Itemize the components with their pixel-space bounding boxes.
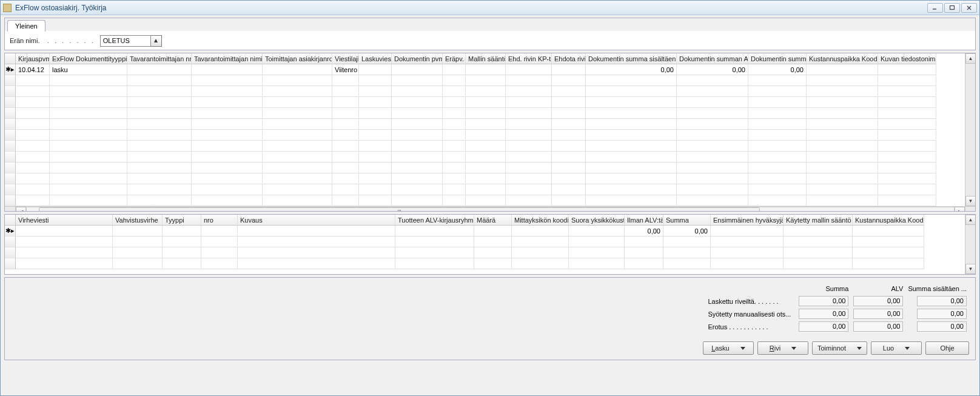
empty-cell[interactable]: [569, 237, 625, 247]
empty-cell[interactable]: [466, 141, 506, 152]
empty-cell[interactable]: [359, 141, 392, 152]
col-ehd-kptili[interactable]: Ehd. rivin KP-tili: [506, 53, 552, 64]
empty-cell[interactable]: [50, 86, 127, 97]
empty-cell[interactable]: [748, 130, 807, 141]
lasku-button[interactable]: Lasku: [703, 341, 754, 355]
empty-cell[interactable]: [586, 130, 677, 141]
row-selector-header[interactable]: [5, 215, 16, 226]
empty-cell[interactable]: [50, 184, 127, 195]
empty-cell[interactable]: [506, 75, 552, 86]
empty-cell[interactable]: [392, 97, 443, 108]
empty-cell[interactable]: [748, 97, 807, 108]
empty-cell[interactable]: [127, 130, 192, 141]
cell-yksikkokust[interactable]: [569, 226, 625, 237]
cell-doktyyppi[interactable]: lasku: [50, 64, 127, 75]
row-selector[interactable]: [5, 108, 16, 119]
empty-cell[interactable]: [512, 237, 569, 247]
col-mittayksikko[interactable]: Mittayksikön koodi: [512, 215, 569, 226]
empty-cell[interactable]: [16, 184, 50, 195]
empty-cell[interactable]: [113, 258, 163, 269]
cell-summa[interactable]: 0,00: [663, 226, 711, 237]
cell-kuvan-tiedosto[interactable]: [878, 64, 936, 75]
empty-cell[interactable]: [677, 130, 748, 141]
empty-cell[interactable]: [50, 75, 127, 86]
empty-cell[interactable]: [748, 119, 807, 130]
col-toimittaja-nro[interactable]: Tavarantoimittajan nro: [127, 53, 192, 64]
empty-cell[interactable]: [677, 119, 748, 130]
empty-cell[interactable]: [359, 173, 392, 184]
cell-dok-summa[interactable]: 0,00: [748, 64, 807, 75]
col-tyyppi[interactable]: Tyyppi: [163, 215, 201, 226]
col-kaytetty-saanto[interactable]: Käytetty mallin sääntö: [784, 215, 853, 226]
empty-cell[interactable]: [625, 237, 663, 247]
empty-cell[interactable]: [443, 152, 466, 163]
cell-laskuviesti[interactable]: [359, 64, 392, 75]
empty-cell[interactable]: [127, 163, 192, 173]
col-alv-ryhma[interactable]: Tuotteen ALV-kirjausryhmä: [395, 215, 474, 226]
empty-cell[interactable]: [332, 173, 359, 184]
col-kirjauspvm[interactable]: Kirjauspvm.: [16, 53, 50, 64]
empty-cell[interactable]: [807, 184, 878, 195]
cell-dok-summan-alv[interactable]: 0,00: [677, 64, 748, 75]
empty-cell[interactable]: [807, 97, 878, 108]
empty-cell[interactable]: [506, 108, 552, 119]
empty-cell[interactable]: [332, 86, 359, 97]
empty-cell[interactable]: [192, 152, 263, 163]
empty-cell[interactable]: [807, 75, 878, 86]
empty-cell[interactable]: [263, 173, 332, 184]
empty-cell[interactable]: [586, 119, 677, 130]
col-asiakirjanro[interactable]: Toimittajan asiakirjanro: [263, 53, 332, 64]
cell-kirjauspvm[interactable]: 10.04.12: [16, 64, 50, 75]
empty-cell[interactable]: [552, 75, 586, 86]
empty-cell[interactable]: [506, 97, 552, 108]
empty-cell[interactable]: [466, 163, 506, 173]
empty-cell[interactable]: [50, 108, 127, 119]
empty-cell[interactable]: [878, 97, 936, 108]
empty-cell[interactable]: [466, 195, 506, 206]
scroll-up-icon[interactable]: ▲: [965, 215, 976, 225]
empty-cell[interactable]: [466, 130, 506, 141]
tab-yleinen[interactable]: Yleinen: [7, 20, 45, 32]
cell-maara[interactable]: [474, 226, 512, 237]
empty-cell[interactable]: [238, 258, 395, 269]
empty-cell[interactable]: [392, 119, 443, 130]
empty-cell[interactable]: [586, 173, 677, 184]
row-selector[interactable]: [5, 97, 16, 108]
cell-alv-ryhma[interactable]: [395, 226, 474, 237]
cell-ilman-alv[interactable]: 0,00: [625, 226, 663, 237]
empty-cell[interactable]: [474, 237, 512, 247]
col-laskuviesti[interactable]: Laskuviesti: [359, 53, 392, 64]
empty-cell[interactable]: [625, 247, 663, 258]
empty-cell[interactable]: [748, 195, 807, 206]
empty-cell[interactable]: [263, 86, 332, 97]
col-toimittaja-nimi[interactable]: Tavarantoimittajan nimi: [192, 53, 263, 64]
empty-cell[interactable]: [192, 130, 263, 141]
empty-cell[interactable]: [586, 86, 677, 97]
empty-cell[interactable]: [332, 130, 359, 141]
empty-cell[interactable]: [466, 173, 506, 184]
empty-cell[interactable]: [263, 130, 332, 141]
empty-cell[interactable]: [395, 247, 474, 258]
empty-cell[interactable]: [677, 152, 748, 163]
col-doktyyppi[interactable]: ExFlow Dokumenttityyppi: [50, 53, 127, 64]
cell-mittayksikko[interactable]: [512, 226, 569, 237]
empty-cell[interactable]: [127, 184, 192, 195]
batch-lookup-button[interactable]: [151, 35, 162, 47]
empty-cell[interactable]: [586, 163, 677, 173]
empty-cell[interactable]: [748, 86, 807, 97]
empty-cell[interactable]: [443, 130, 466, 141]
empty-cell[interactable]: [443, 141, 466, 152]
empty-cell[interactable]: [466, 97, 506, 108]
col-ilman-alv[interactable]: Ilman ALV:tä: [625, 215, 663, 226]
empty-cell[interactable]: [392, 130, 443, 141]
empty-cell[interactable]: [359, 152, 392, 163]
empty-cell[interactable]: [238, 247, 395, 258]
empty-cell[interactable]: [443, 195, 466, 206]
col-dok-summa[interactable]: Dokumentin summa: [748, 53, 807, 64]
cell-nro[interactable]: [201, 226, 238, 237]
empty-cell[interactable]: [711, 258, 784, 269]
cell-erapv[interactable]: [443, 64, 466, 75]
row-selector[interactable]: ✱▸: [5, 64, 16, 75]
empty-cell[interactable]: [711, 247, 784, 258]
empty-cell[interactable]: [395, 237, 474, 247]
